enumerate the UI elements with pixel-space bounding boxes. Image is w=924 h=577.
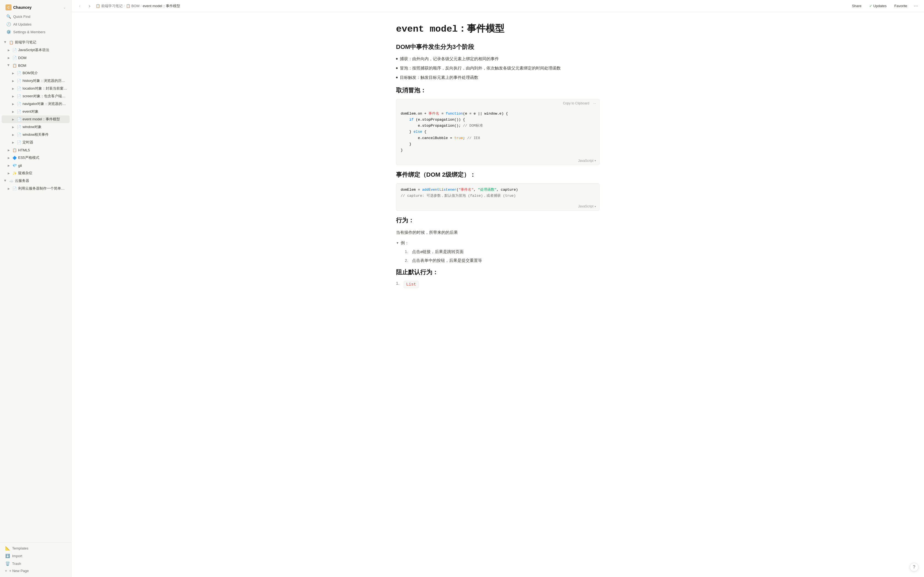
chevron-down-icon: ▾ [594, 159, 596, 162]
sidebar-item-label: BOM [18, 63, 68, 68]
plus-icon: + [5, 569, 7, 573]
sidebar-item-history[interactable]: ▶ 📄 history对象：浏览器的历史记录 [2, 77, 69, 85]
chevron-down-icon: ▾ [594, 205, 596, 208]
updates-button[interactable]: ✓ Updates [866, 3, 889, 9]
sidebar-item-label: event对象 [23, 109, 68, 114]
topbar: ‹ › 📋 前端学习笔记 / 📋 BOM / event model：事件模型 … [71, 0, 924, 12]
list-item-text: 冒泡：按照捕获的顺序，反向执行，由内到外，依次触发各级父元素绑定的时间处理函数 [400, 65, 561, 71]
sidebar-item-label: Trash [12, 562, 21, 566]
breadcrumb-separator: / [124, 4, 125, 8]
back-button[interactable]: ‹ [76, 2, 84, 10]
sidebar-item-label: 云服务器 [15, 178, 68, 183]
breadcrumb-item-current: event model：事件模型 [143, 3, 180, 8]
list-item: 冒泡：按照捕获的顺序，反向执行，由内到外，依次触发各级父元素绑定的时间处理函数 [396, 65, 599, 71]
tree-arrow-icon: ▶ [11, 94, 15, 98]
new-page-button[interactable]: + + New Page [2, 567, 69, 574]
import-icon: ⬇️ [5, 553, 10, 558]
tree-arrow-icon: ▶ [11, 86, 15, 91]
sidebar-item-cloud[interactable]: ▶ ☁️ 云服务器 [2, 177, 69, 185]
sidebar-top: C Chauncey ⌄ 🔍 Quick Find 🕐 All Updates … [0, 0, 71, 37]
tree-arrow-icon: ▶ [3, 179, 8, 183]
workspace-icon: C [5, 5, 11, 10]
topbar-actions: Share ✓ Updates Favorite ··· [849, 2, 919, 10]
page-icon: 📄 [16, 102, 21, 106]
sidebar-item-html5[interactable]: ▶ 📋 HTML5 [2, 146, 69, 154]
diamond-icon: 🔷 [12, 155, 17, 160]
sidebar-action-label: All Updates [13, 22, 31, 26]
sidebar-item-cloudmake[interactable]: ▶ 📄 利用云服务器制作一个简单的个... [2, 185, 69, 192]
list-number: 2. [405, 257, 410, 264]
tree-arrow-icon: ▶ [6, 156, 11, 160]
tree-arrow-icon: ▶ [6, 163, 11, 168]
sidebar-item-location[interactable]: ▶ 📄 location对象：封装当前窗口正... [2, 85, 69, 92]
sidebar-item-eventmodel[interactable]: ▶ 📄 event model：事件模型 [2, 115, 69, 123]
check-icon: ✓ [869, 4, 872, 8]
help-button[interactable]: ? [910, 563, 919, 572]
bullet-list-1: 捕获：由外向内，记录各级父元素上绑定的相同的事件 冒泡：按照捕获的顺序，反向执行… [396, 55, 599, 81]
sidebar-item-screen[interactable]: ▶ 📄 screen对象：包含客户端显示... [2, 92, 69, 100]
sidebar-item-label: BOM简介 [23, 71, 68, 76]
numbered-list: 1. 点击a链接，后果是跳转页面 2. 点击表单中的按钮，后果是提交重置等 [396, 248, 599, 264]
sidebar-item-windowobj[interactable]: ▶ 📄 window对象 [2, 123, 69, 131]
content-area: event model：事件模型 DOM中事件发生分为3个阶段 捕获：由外向内，… [374, 12, 622, 577]
tree-arrow-icon: ▶ [6, 171, 11, 175]
sidebar-item-label: HTML5 [18, 148, 68, 152]
list-item: 1. 点击a链接，后果是跳转页面 [405, 248, 599, 255]
sidebar-item-label: 前端学习笔记 [15, 40, 68, 45]
page-icon: 📄 [16, 86, 21, 91]
section1-heading: DOM中事件发生分为3个阶段 [396, 43, 599, 51]
code-content: domElem = addEventListener("事件名", "处理函数"… [396, 184, 599, 203]
bullet-dot [396, 58, 397, 60]
add-block-icon[interactable]: + [385, 130, 390, 135]
sidebar-item-navigator[interactable]: ▶ 📄 navigator对象：浏览器的相关... [2, 100, 69, 108]
list-item: 捕获：由外向内，记录各级父元素上绑定的相同的事件 [396, 55, 599, 62]
tree-arrow-icon: ▶ [11, 102, 15, 106]
sidebar-item-bomintro[interactable]: ▶ 📄 BOM简介 [2, 69, 69, 77]
sidebar-item-git[interactable]: ▶ 💎 git [2, 161, 69, 169]
sidebar-item-import[interactable]: ⬇️ Import [2, 552, 69, 560]
language-label[interactable]: JavaScript [578, 159, 593, 163]
page-icon: 📄 [12, 48, 17, 53]
breadcrumb-icon: 📋 [126, 4, 130, 8]
forward-button[interactable]: › [86, 2, 94, 10]
copy-button[interactable]: Copy to Clipboard [561, 101, 591, 106]
workspace-header[interactable]: C Chauncey ⌄ [3, 3, 68, 12]
page-title: event model：事件模型 [396, 23, 599, 35]
sidebar-item-windowevents[interactable]: ▶ 📄 window相关事件 [2, 131, 69, 139]
sidebar-item-bom[interactable]: ▶ 📋 BOM [2, 61, 69, 69]
sidebar-action-settings[interactable]: ⚙️ Settings & Members [3, 28, 68, 36]
updates-label: Updates [873, 4, 887, 8]
sidebar-item-label: window对象 [23, 124, 68, 129]
share-button[interactable]: Share [849, 3, 864, 9]
tree-arrow-icon: ▶ [6, 48, 11, 52]
sidebar-action-allupdates[interactable]: 🕐 All Updates [3, 20, 68, 28]
language-label[interactable]: JavaScript [578, 205, 593, 208]
more-button[interactable]: ··· [912, 2, 919, 10]
sidebar-item-javascript[interactable]: ▶ 📄 JavaScript基本语法 [2, 46, 69, 54]
toggle-item: ▼ 例： [396, 240, 599, 246]
sidebar-item-es5[interactable]: ▶ 🔷 ES5严格模式 [2, 154, 69, 161]
page-icon: 📄 [16, 140, 21, 145]
sidebar-item-templates[interactable]: 📐 Templates [2, 544, 69, 552]
sidebar-item-label: 疑难杂症 [18, 171, 68, 176]
star-icon: ✨ [12, 171, 17, 176]
sidebar-action-quickfind[interactable]: 🔍 Quick Find [3, 13, 68, 20]
cloud-icon: ☁️ [9, 178, 14, 183]
code-footer: JavaScript ▾ [396, 203, 599, 211]
sidebar-item-dom[interactable]: ▶ 📄 DOM [2, 54, 69, 61]
sidebar-item-label: JavaScript基本语法 [18, 48, 68, 53]
toggle-arrow-icon[interactable]: ▼ [396, 241, 399, 245]
favorite-button[interactable]: Favorite [892, 3, 910, 9]
sidebar-item-qianduanxuexi[interactable]: ▶ 📋 前端学习笔记 [2, 39, 69, 46]
sidebar-item-trash[interactable]: 🗑️ Trash [2, 560, 69, 567]
code-more-icon[interactable]: ··· [593, 102, 596, 105]
sidebar-tree: ▶ 📋 前端学习笔记 ▶ 📄 JavaScript基本语法 ▶ 📄 DOM ▶ … [0, 37, 71, 542]
sidebar-item-timer[interactable]: ▶ 📄 定时器 [2, 139, 69, 146]
breadcrumb-item-notebook[interactable]: 前端学习笔记 [101, 3, 123, 8]
drag-icon[interactable]: ⠿ [391, 130, 396, 135]
breadcrumb-item-bom[interactable]: BOM [131, 4, 140, 8]
list-item: 目标触发：触发目标元素上的事件处理函数 [396, 74, 599, 81]
sidebar-item-eventobj[interactable]: ▶ 📄 event对象 [2, 108, 69, 115]
sidebar-item-misc[interactable]: ▶ ✨ 疑难杂症 [2, 169, 69, 177]
clock-icon: 🕐 [6, 22, 11, 27]
